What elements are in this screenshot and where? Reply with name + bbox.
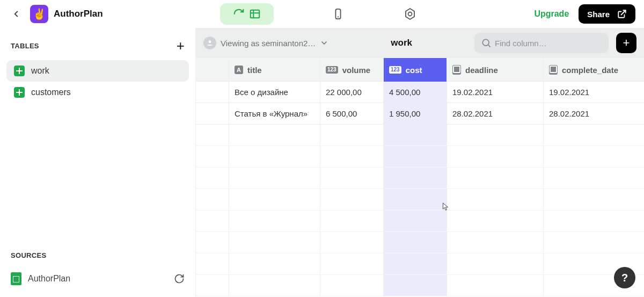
cell-empty[interactable] <box>229 146 320 167</box>
help-button[interactable]: ? <box>614 267 635 288</box>
row-handle-header <box>196 58 229 82</box>
cell-empty[interactable] <box>447 168 544 189</box>
cell-empty[interactable] <box>229 189 320 210</box>
column-label: deadline <box>465 66 498 75</box>
cell-volume[interactable]: 22 000,00 <box>320 82 384 103</box>
cell-empty[interactable] <box>229 168 320 189</box>
cell-empty[interactable] <box>544 211 644 231</box>
mobile-device-button[interactable] <box>311 3 365 25</box>
device-switcher <box>103 3 535 25</box>
cell-cost[interactable]: 4 500,00 <box>384 82 447 103</box>
cell-empty[interactable] <box>447 275 544 296</box>
cell-deadline[interactable]: 28.02.2021 <box>447 103 544 124</box>
cell-empty[interactable] <box>320 168 384 189</box>
share-button[interactable]: Share <box>579 4 635 24</box>
row-handle[interactable] <box>196 82 229 103</box>
desktop-device-button[interactable] <box>220 3 274 25</box>
cell-empty[interactable] <box>384 253 447 274</box>
viewer-switcher[interactable]: Viewing as seminanton2… <box>203 37 328 49</box>
cell-empty[interactable] <box>229 253 320 274</box>
sidebar-table-work[interactable]: work <box>6 60 189 82</box>
column-header-deadline[interactable]: deadline <box>447 58 544 82</box>
cell-empty[interactable] <box>384 189 447 210</box>
cell-empty[interactable] <box>320 125 384 146</box>
cell-empty[interactable] <box>447 211 544 231</box>
cell-complete_date[interactable]: 28.02.2021 <box>544 103 644 124</box>
cell-empty[interactable] <box>447 253 544 274</box>
column-label: volume <box>342 66 371 75</box>
cell-complete_date[interactable]: 19.02.2021 <box>544 82 644 103</box>
sidebar-table-customers[interactable]: customers <box>6 82 189 103</box>
row-handle[interactable] <box>196 232 229 253</box>
table-row-empty[interactable] <box>196 125 644 146</box>
cell-empty[interactable] <box>229 232 320 253</box>
cell-empty[interactable] <box>384 125 447 146</box>
app-settings-button[interactable] <box>402 6 418 21</box>
row-handle[interactable] <box>196 103 229 124</box>
back-button[interactable] <box>9 6 24 21</box>
cell-empty[interactable] <box>229 275 320 296</box>
table-row-empty[interactable] <box>196 253 644 275</box>
cell-empty[interactable] <box>229 211 320 231</box>
cell-empty[interactable] <box>384 146 447 167</box>
row-handle[interactable] <box>196 146 229 167</box>
cell-empty[interactable] <box>447 189 544 210</box>
reload-icon[interactable] <box>174 273 185 284</box>
cell-empty[interactable] <box>320 211 384 231</box>
cell-title[interactable]: Статья в «Журнал» <box>229 103 320 124</box>
cell-empty[interactable] <box>320 232 384 253</box>
cell-empty[interactable] <box>229 125 320 146</box>
column-header-title[interactable]: Atitle <box>229 58 320 82</box>
cell-deadline[interactable]: 19.02.2021 <box>447 82 544 103</box>
table-row-empty[interactable] <box>196 168 644 189</box>
cell-empty[interactable] <box>320 189 384 210</box>
svg-point-8 <box>482 39 489 46</box>
cell-empty[interactable] <box>544 168 644 189</box>
cell-empty[interactable] <box>544 125 644 146</box>
source-label: AuthorPlan <box>28 274 70 284</box>
cell-volume[interactable]: 6 500,00 <box>320 103 384 124</box>
page-title: work <box>336 38 467 48</box>
cell-empty[interactable] <box>384 168 447 189</box>
column-header-complete_date[interactable]: complete_date <box>544 58 644 82</box>
table-icon <box>14 66 25 76</box>
table-row[interactable]: Статья в «Журнал»6 500,001 950,0028.02.2… <box>196 103 644 125</box>
cell-empty[interactable] <box>544 189 644 210</box>
row-handle[interactable] <box>196 125 229 146</box>
cell-empty[interactable] <box>384 275 447 296</box>
column-header-volume[interactable]: 123volume <box>320 58 384 82</box>
cell-title[interactable]: Все о дизайне <box>229 82 320 103</box>
sources-section-header: SOURCES <box>6 247 189 267</box>
add-column-button[interactable]: + <box>616 33 636 53</box>
cell-empty[interactable] <box>320 253 384 274</box>
cell-empty[interactable] <box>447 232 544 253</box>
cell-empty[interactable] <box>384 211 447 231</box>
table-row-empty[interactable] <box>196 275 644 296</box>
cell-empty[interactable] <box>320 275 384 296</box>
find-column-input[interactable] <box>474 33 609 53</box>
add-table-button[interactable]: + <box>177 39 185 53</box>
cell-empty[interactable] <box>447 146 544 167</box>
upgrade-link[interactable]: Upgrade <box>534 9 569 19</box>
table-row-empty[interactable] <box>196 146 644 168</box>
row-handle[interactable] <box>196 189 229 210</box>
row-handle[interactable] <box>196 275 229 296</box>
row-handle[interactable] <box>196 253 229 274</box>
source-item[interactable]: AuthorPlan <box>6 267 189 291</box>
row-handle[interactable] <box>196 168 229 189</box>
table-row[interactable]: Все о дизайне22 000,004 500,0019.02.2021… <box>196 82 644 103</box>
cell-empty[interactable] <box>447 125 544 146</box>
cell-empty[interactable] <box>384 232 447 253</box>
svg-line-9 <box>488 45 491 47</box>
table-row-empty[interactable] <box>196 211 644 232</box>
viewing-as-label: Viewing as seminanton2… <box>221 39 316 48</box>
row-handle[interactable] <box>196 211 229 231</box>
cell-empty[interactable] <box>544 146 644 167</box>
cell-cost[interactable]: 1 950,00 <box>384 103 447 124</box>
cell-empty[interactable] <box>320 146 384 167</box>
table-row-empty[interactable] <box>196 232 644 253</box>
app-icon[interactable]: ✌️ <box>30 5 48 23</box>
cell-empty[interactable] <box>544 232 644 253</box>
column-header-cost[interactable]: 123cost <box>384 58 447 82</box>
table-row-empty[interactable] <box>196 189 644 211</box>
